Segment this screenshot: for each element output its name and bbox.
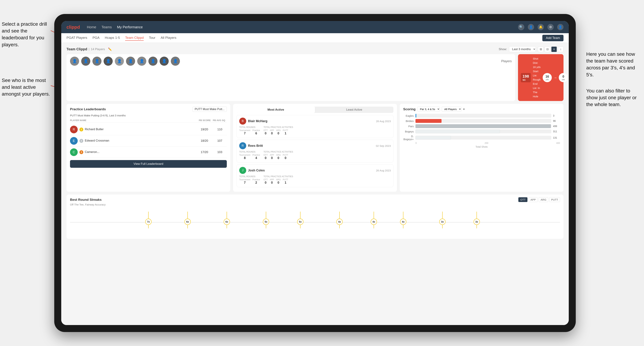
subnav-tour[interactable]: Tour bbox=[149, 35, 156, 41]
leaderboard-row-2: E 2 Edward Crossman 18/20 107 bbox=[70, 135, 227, 147]
bar-row-birdies: Birdies 96 bbox=[403, 119, 560, 123]
bar-value-birdies: 96 bbox=[553, 120, 560, 122]
show-label: Show: bbox=[499, 47, 507, 51]
view-leaderboard-button[interactable]: View Full Leaderboard bbox=[70, 160, 227, 168]
timeline-dot-9: 3x bbox=[474, 212, 480, 228]
scoring-title: Scoring bbox=[403, 107, 416, 111]
activity-card: Most Active Least Active B Blair McHarg … bbox=[233, 104, 397, 192]
player-avatar-9[interactable]: 👤 bbox=[160, 57, 169, 66]
lb-avg-3: 103 bbox=[213, 151, 227, 154]
bar-container-pars bbox=[416, 124, 551, 128]
streak-filter-ott[interactable]: OTT bbox=[518, 197, 528, 202]
pa-rounds-2: Total Rounds Tournament 8 Practice 4 bbox=[239, 151, 260, 160]
streak-filter-app[interactable]: APP bbox=[528, 197, 538, 202]
chart-xaxis: 0 200 400 bbox=[403, 142, 560, 144]
bar-container-dbogeys bbox=[416, 136, 551, 140]
lb-avatar-1: R bbox=[70, 126, 78, 133]
timeline-dot-6: 4x bbox=[371, 212, 377, 228]
leaderboard-row-1: R 1 Richard Butler 19/20 110 bbox=[70, 124, 227, 135]
nav-link-home[interactable]: Home bbox=[87, 24, 96, 30]
bar-fill-eagles bbox=[416, 114, 416, 118]
bar-value-pars: 499 bbox=[553, 125, 560, 128]
navbar: clippd Home Teams My Performance 🔍 👤 🔔 ⚙… bbox=[61, 21, 569, 33]
pa-name-1: Blair McHarg bbox=[248, 119, 268, 123]
nav-link-teams[interactable]: Teams bbox=[102, 24, 112, 30]
add-team-button[interactable]: Add Team bbox=[542, 35, 564, 41]
least-active-toggle[interactable]: Least Active bbox=[315, 107, 394, 113]
leaderboard-header: Practice Leaderboards PUTT Must Make Put… bbox=[70, 107, 227, 112]
streak-filter-putt[interactable]: PUTT bbox=[549, 197, 560, 202]
pa-header-3: J Josh Coles 26 Aug 2023 bbox=[239, 167, 391, 174]
player-avatar-8[interactable]: 👤 bbox=[148, 57, 158, 66]
pa-activities-2: Total Practice Activities OTT 0 APP 0 bbox=[264, 151, 293, 160]
bar-fill-bogeys bbox=[416, 130, 500, 133]
subnav-pgat[interactable]: PGAT Players bbox=[66, 35, 87, 41]
lb-avatar-2: E bbox=[70, 137, 78, 145]
bar-row-eagles: Eagles 3 bbox=[403, 114, 560, 118]
most-active-toggle[interactable]: Most Active bbox=[236, 107, 315, 113]
search-icon[interactable]: 🔍 bbox=[518, 24, 524, 30]
player-filter[interactable]: All Players bbox=[442, 107, 462, 112]
bar-row-bogeys: Bogeys 311 bbox=[403, 130, 560, 133]
shot-number: 198 SC bbox=[521, 73, 531, 82]
player-count-text: 14 Players bbox=[91, 47, 105, 51]
lb-avatar-3: C bbox=[70, 148, 78, 156]
scoring-chevron-icon[interactable]: ▾ bbox=[463, 107, 464, 111]
subnav-team-clippd[interactable]: Team Clippd bbox=[125, 35, 144, 41]
grid-lg-btn[interactable]: ⊟ bbox=[544, 46, 550, 52]
player-avatar-2[interactable]: 👤 bbox=[81, 57, 90, 66]
avatar-icon[interactable]: 👤 bbox=[557, 24, 564, 30]
players-label: Players bbox=[501, 59, 512, 63]
bar-value-dbogeys: 131 bbox=[553, 136, 560, 139]
activity-player-2: R Rees Britt 02 Sep 2023 Total Rounds To… bbox=[236, 140, 394, 163]
leaderboard-table-header: PLAYER NAME PB SCORE PB AVG SQ bbox=[70, 118, 227, 123]
user-icon[interactable]: 👤 bbox=[528, 24, 534, 30]
bar-label-pars: Pars bbox=[403, 125, 414, 128]
streaks-header: Best Round Streaks OTT APP ARG PUTT bbox=[70, 197, 560, 202]
nav-icons: 🔍 👤 🔔 ⚙ 👤 bbox=[518, 24, 564, 30]
subnav-hcaps[interactable]: Hcaps 1-5 bbox=[105, 35, 120, 41]
player-avatar-7[interactable]: 👤 bbox=[137, 57, 146, 66]
nav-link-performance[interactable]: My Performance bbox=[117, 24, 143, 30]
pa-player-1: B Blair McHarg bbox=[239, 118, 268, 125]
drill-dropdown[interactable]: PUTT Must Make Putt... bbox=[192, 107, 227, 112]
timeline-chart: 7x 6x 6x 5x 5x 4x bbox=[70, 208, 560, 236]
pa-name-2: Rees Britt bbox=[248, 144, 263, 148]
main-content: Team Clippd | 14 Players ✏️ Show: Last 3… bbox=[61, 43, 569, 325]
player-avatar-5[interactable]: 👤 bbox=[115, 57, 124, 66]
bar-label-bogeys: Bogeys bbox=[403, 130, 414, 133]
par-filter[interactable]: Par 3, 4 & 5s bbox=[418, 107, 440, 112]
subnav-pga[interactable]: PGA bbox=[92, 35, 100, 41]
player-count: | bbox=[89, 47, 90, 51]
player-avatar-3[interactable]: 👤 bbox=[92, 57, 102, 66]
view-icons: ⊞ ⊟ ≡ ↕ bbox=[538, 46, 564, 52]
bar-value-bogeys: 311 bbox=[553, 130, 560, 133]
pa-rounds-1: Total Rounds Tournament 7 Practice 6 bbox=[239, 126, 260, 135]
grid-sm-btn[interactable]: ⊞ bbox=[538, 46, 544, 52]
streak-filter-arg[interactable]: ARG bbox=[539, 197, 548, 202]
practice-leaderboard-card: Practice Leaderboards PUTT Must Make Put… bbox=[66, 104, 230, 192]
scoring-card: Scoring Par 3, 4 & 5s All Players ▾ Eagl… bbox=[400, 104, 564, 192]
player-avatar-10[interactable]: 👤 bbox=[171, 57, 180, 66]
edit-icon[interactable]: ✏️ bbox=[108, 47, 112, 51]
nav-logo: clippd bbox=[66, 24, 80, 30]
players-card: 👤 👤 👤 👤 👤 👤 👤 👤 👤 👤 Players bbox=[66, 54, 515, 101]
period-select[interactable]: Last 3 months bbox=[509, 46, 536, 52]
player-avatar-1[interactable]: 👤 bbox=[70, 57, 79, 66]
player-avatar-4[interactable]: 👤 bbox=[104, 57, 113, 66]
tablet-frame: clippd Home Teams My Performance 🔍 👤 🔔 ⚙… bbox=[54, 14, 576, 332]
streaks-card: Best Round Streaks OTT APP ARG PUTT Off … bbox=[66, 194, 564, 239]
list-btn[interactable]: ≡ bbox=[551, 46, 557, 52]
subnav-all-players[interactable]: All Players bbox=[161, 35, 176, 41]
player-avatar-6[interactable]: 👤 bbox=[126, 57, 135, 66]
timeline-dot-0: 7x bbox=[145, 212, 152, 228]
sort-btn[interactable]: ↕ bbox=[558, 46, 564, 52]
lb-name-2: Edward Crossman bbox=[85, 139, 109, 142]
lb-badge-bronze: 3 bbox=[80, 150, 83, 154]
bell-icon[interactable]: 🔔 bbox=[538, 24, 544, 30]
bar-label-eagles: Eagles bbox=[403, 114, 414, 117]
lb-avg-2: 107 bbox=[213, 139, 227, 143]
leaderboard-title: Practice Leaderboards bbox=[70, 107, 106, 111]
shot-card: 198 SC Shot Dist: 16 yds Start Lie: Roug… bbox=[518, 54, 564, 101]
settings-icon[interactable]: ⚙ bbox=[548, 24, 554, 30]
